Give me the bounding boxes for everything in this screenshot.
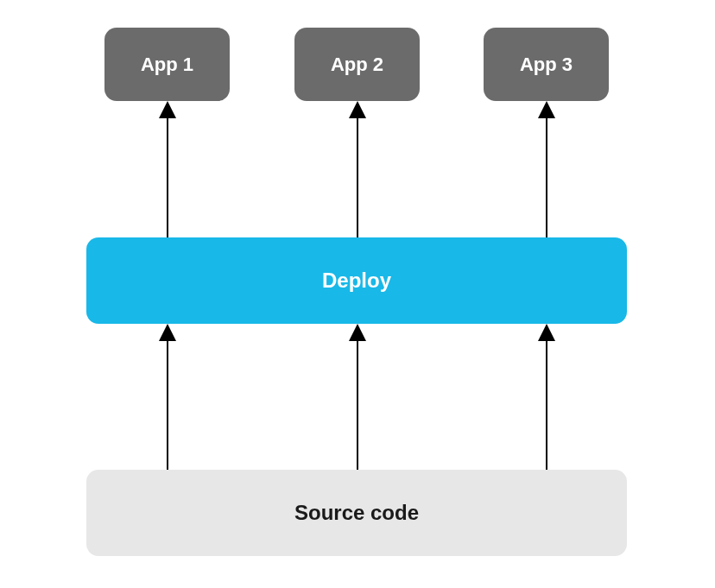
app-label-3: App 3 [520, 54, 573, 76]
app-label-2: App 2 [331, 54, 383, 76]
source-label: Source code [294, 501, 419, 525]
deploy-label: Deploy [322, 269, 391, 293]
app-label-1: App 1 [141, 54, 193, 76]
app-box-2: App 2 [294, 28, 420, 101]
deploy-box: Deploy [86, 237, 627, 324]
source-box: Source code [86, 470, 627, 556]
app-box-1: App 1 [104, 28, 230, 101]
deployment-diagram: App 1 App 2 App 3 Deploy Source code [0, 0, 715, 588]
app-box-3: App 3 [484, 28, 609, 101]
